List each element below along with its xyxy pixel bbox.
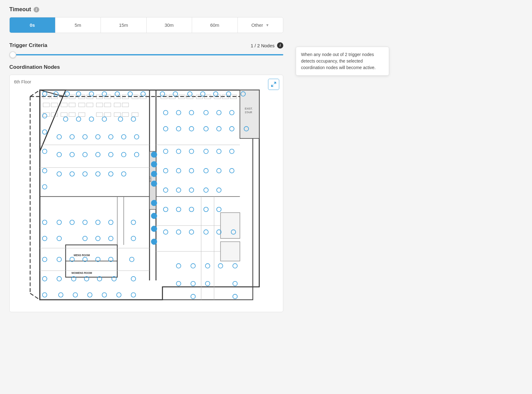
timeout-label: Timeout [9, 6, 31, 13]
svg-point-128 [151, 152, 157, 157]
svg-rect-13 [240, 90, 259, 138]
trigger-tooltip: When any node out of 2 trigger nodes det… [296, 47, 389, 76]
timeout-30m-button[interactable]: 30m [147, 17, 192, 33]
tooltip-text: When any node out of 2 trigger nodes det… [301, 52, 376, 70]
floor-plan-svg: EXIST. STAIR ELEC. MENS ROOM WOMENS ROOM [14, 87, 279, 306]
nodes-text: 1 / 2 Nodes [251, 43, 275, 48]
svg-text:EXIST.: EXIST. [245, 107, 252, 110]
slider-track [9, 54, 283, 55]
svg-text:MENS ROOM: MENS ROOM [74, 254, 90, 257]
nodes-indicator: 1 / 2 Nodes i [251, 42, 283, 49]
trigger-slider-container [9, 52, 283, 58]
svg-point-133 [151, 213, 157, 219]
nodes-info-icon[interactable]: i [277, 42, 283, 49]
svg-text:ELEC.: ELEC. [149, 176, 152, 182]
svg-point-129 [151, 161, 157, 167]
timeout-info-icon[interactable]: i [34, 7, 39, 12]
svg-rect-39 [220, 242, 240, 261]
expand-button[interactable] [268, 79, 279, 90]
svg-text:STAIR: STAIR [245, 111, 252, 114]
floor-map-container: 6th Floor [9, 75, 283, 312]
svg-point-132 [151, 200, 157, 206]
svg-point-131 [151, 181, 157, 187]
timeout-60m-button[interactable]: 60m [192, 17, 238, 33]
timeout-other-button[interactable]: Other ▼ [238, 17, 283, 33]
timeout-5m-button[interactable]: 5m [55, 17, 101, 33]
svg-point-134 [151, 226, 157, 232]
trigger-criteria-section: Trigger Criteria 1 / 2 Nodes i When any … [9, 42, 283, 58]
expand-icon [271, 82, 276, 87]
svg-text:WOMENS ROOM: WOMENS ROOM [72, 271, 92, 274]
timeout-0s-button[interactable]: 0s [10, 17, 55, 33]
svg-point-135 [151, 239, 157, 245]
svg-point-130 [151, 171, 157, 177]
coordination-nodes-title: Coordination Nodes [9, 64, 283, 70]
floor-label: 6th Floor [14, 79, 279, 84]
timeout-button-group: 0s 5m 15m 30m 60m Other ▼ [9, 17, 283, 33]
slider-thumb[interactable] [9, 51, 16, 58]
trigger-header: Trigger Criteria 1 / 2 Nodes i [9, 42, 283, 49]
trigger-label: Trigger Criteria [9, 42, 47, 49]
main-container: Timeout i 0s 5m 15m 30m 60m Other ▼ Trig… [9, 6, 283, 312]
coordination-nodes-section: Coordination Nodes 6th Floor [9, 64, 283, 312]
timeout-section-title: Timeout i [9, 6, 283, 13]
dropdown-arrow-icon: ▼ [266, 23, 269, 27]
svg-rect-38 [220, 213, 240, 238]
timeout-15m-button[interactable]: 15m [101, 17, 147, 33]
